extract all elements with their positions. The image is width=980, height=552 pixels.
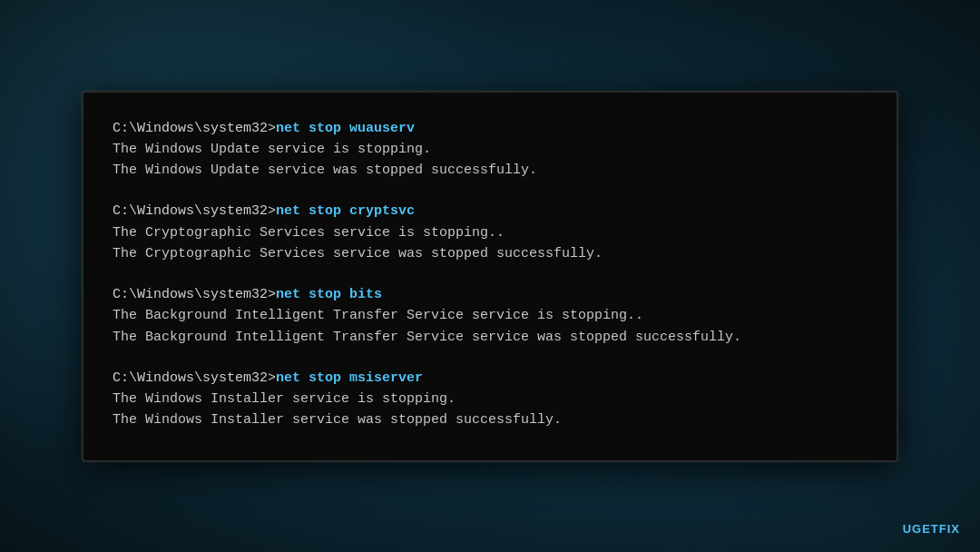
output-4-line-2: The Windows Installer service was stoppe…	[113, 409, 867, 430]
command-line-1: C:\Windows\system32>net stop wuauserv	[113, 118, 867, 139]
cmd-text-4: net stop msiserver	[276, 370, 423, 386]
command-block-3: C:\Windows\system32>net stop bits The Ba…	[113, 284, 867, 348]
output-2-line-2: The Cryptographic Services service was s…	[113, 243, 867, 264]
watermark-prefix: UG	[903, 522, 923, 536]
prompt-2: C:\Windows\system32>	[113, 203, 276, 219]
output-4-line-1: The Windows Installer service is stoppin…	[113, 389, 867, 409]
terminal-window: C:\Windows\system32>net stop wuauserv Th…	[82, 91, 898, 462]
output-3-line-2: The Background Intelligent Transfer Serv…	[113, 327, 867, 348]
output-3-line-1: The Background Intelligent Transfer Serv…	[113, 305, 867, 326]
command-line-3: C:\Windows\system32>net stop bits	[113, 284, 867, 305]
watermark-suffix: FIX	[939, 522, 960, 536]
cmd-text-1: net stop wuauserv	[276, 121, 415, 136]
command-block-2: C:\Windows\system32>net stop cryptsvc Th…	[113, 201, 867, 264]
prompt-3: C:\Windows\system32>	[113, 287, 276, 302]
output-1-line-1: The Windows Update service is stopping.	[113, 139, 867, 160]
watermark: UGETFIX	[903, 522, 960, 536]
command-line-2: C:\Windows\system32>net stop cryptsvc	[113, 201, 867, 222]
prompt-4: C:\Windows\system32>	[113, 370, 276, 386]
command-block-4: C:\Windows\system32>net stop msiserver T…	[113, 368, 867, 431]
terminal-wrapper: C:\Windows\system32>net stop wuauserv Th…	[82, 91, 898, 462]
command-line-4: C:\Windows\system32>net stop msiserver	[113, 368, 867, 389]
watermark-highlight: ET	[922, 522, 939, 536]
cmd-text-3: net stop bits	[276, 287, 382, 302]
command-block-1: C:\Windows\system32>net stop wuauserv Th…	[113, 118, 867, 182]
cmd-text-2: net stop cryptsvc	[276, 203, 415, 219]
output-1-line-2: The Windows Update service was stopped s…	[113, 160, 867, 181]
output-2-line-1: The Cryptographic Services service is st…	[113, 222, 867, 243]
prompt-1: C:\Windows\system32>	[113, 121, 276, 136]
